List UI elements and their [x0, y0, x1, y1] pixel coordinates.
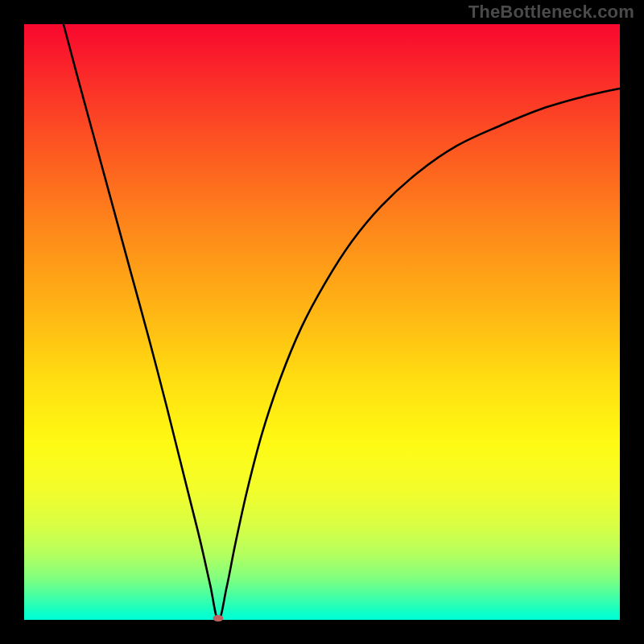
curve-svg [24, 24, 620, 620]
plot-area [24, 24, 620, 620]
chart-frame: TheBottleneck.com [0, 0, 644, 644]
bottleneck-curve [64, 24, 620, 620]
minimum-marker [213, 615, 224, 621]
watermark-text: TheBottleneck.com [469, 2, 634, 23]
